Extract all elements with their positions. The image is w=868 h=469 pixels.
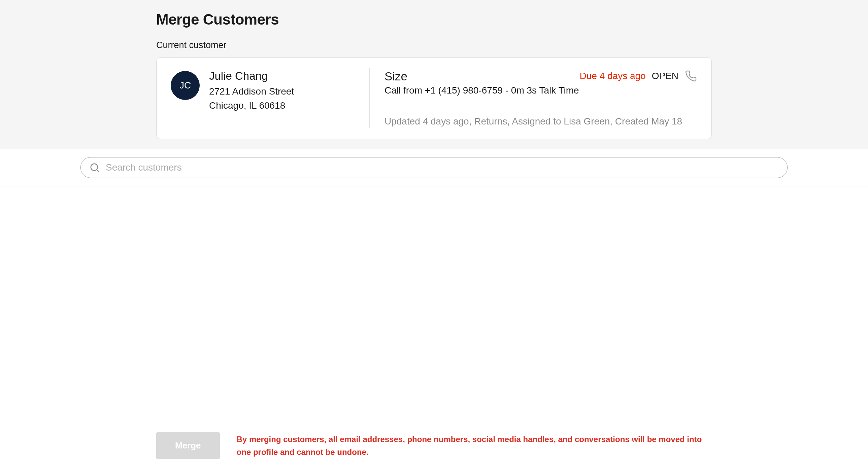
search-icon: [89, 162, 100, 173]
status-badge: OPEN: [652, 71, 678, 81]
customer-card: JC Julie Chang 2721 Addison Street Chica…: [156, 57, 712, 139]
merge-warning: By merging customers, all email addresse…: [237, 433, 712, 458]
search-input[interactable]: [81, 157, 787, 178]
avatar: JC: [171, 71, 200, 100]
search-section: [0, 149, 868, 187]
ticket-title: Size: [384, 70, 579, 83]
customer-summary: JC Julie Chang 2721 Addison Street Chica…: [171, 70, 369, 127]
footer: Merge By merging customers, all email ad…: [0, 422, 868, 469]
merge-button[interactable]: Merge: [156, 432, 220, 459]
page-title: Merge Customers: [156, 11, 712, 28]
top-section: Merge Customers Current customer JC Juli…: [0, 0, 868, 149]
due-badge: Due 4 days ago: [580, 71, 646, 81]
ticket-meta: Updated 4 days ago, Returns, Assigned to…: [384, 116, 697, 127]
customer-address-line2: Chicago, IL 60618: [209, 99, 294, 113]
ticket-panel: Size Call from +1 (415) 980-6759 - 0m 3s…: [370, 70, 697, 127]
svg-line-1: [97, 170, 98, 171]
phone-icon: [684, 70, 697, 82]
customer-address-line1: 2721 Addison Street: [209, 85, 294, 99]
ticket-subtitle: Call from +1 (415) 980-6759 - 0m 3s Talk…: [384, 85, 579, 96]
current-customer-label: Current customer: [156, 40, 712, 51]
customer-name: Julie Chang: [209, 70, 294, 82]
